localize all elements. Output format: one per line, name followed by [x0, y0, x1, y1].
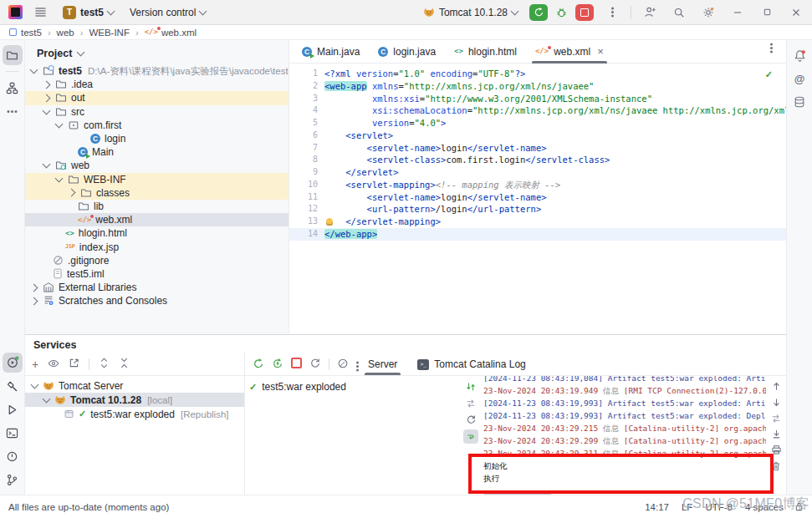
breadcrumb-item-test5[interactable]: test5 — [8, 28, 42, 38]
services-tree-item-Tomcat Server[interactable]: Tomcat Server — [25, 378, 244, 393]
tree-chevron-icon[interactable] — [43, 94, 51, 103]
debug-button[interactable] — [555, 6, 568, 18]
stop-button[interactable] — [575, 4, 594, 21]
editor-tab-hlogin.html[interactable]: <>hlogin.html — [445, 40, 526, 63]
search-everywhere-button[interactable] — [668, 3, 690, 23]
code-line-14[interactable]: 14</web-app> — [289, 228, 786, 241]
project-tree-item-.idea[interactable]: .idea — [25, 78, 289, 91]
tree-chevron-icon[interactable] — [43, 160, 51, 169]
services-add-icon[interactable]: + — [32, 358, 38, 371]
swap-arrows-icon[interactable] — [769, 411, 784, 425]
code-line-9[interactable]: 9 </servlet> — [289, 166, 786, 179]
refresh-icon[interactable] — [463, 413, 478, 427]
problems-icon[interactable] — [3, 446, 23, 466]
terminal-icon[interactable] — [3, 423, 23, 443]
tree-chevron-icon[interactable] — [43, 106, 51, 114]
code-line-2[interactable]: 2<web-app xmlns="http://xmlns.jcp.org/xm… — [289, 80, 786, 93]
tree-chevron-icon[interactable] — [55, 174, 64, 182]
rerun-button[interactable] — [529, 4, 548, 21]
services-tree-item-Tomcat 10.1.28[interactable]: Tomcat 10.1.28[local] — [25, 393, 244, 407]
intention-bulb-icon[interactable] — [326, 218, 333, 226]
project-panel-header[interactable]: Project — [25, 40, 289, 64]
project-tree-item-classes[interactable]: classes — [25, 186, 289, 200]
breadcrumb-item-web[interactable]: web — [57, 28, 74, 38]
caret-position[interactable]: 14:17 — [645, 502, 669, 512]
project-tree-item-hlogin.html[interactable]: <>hlogin.html — [25, 226, 289, 240]
tree-chevron-icon[interactable] — [43, 394, 51, 403]
project-tree-item-src[interactable]: src — [25, 105, 289, 119]
services-expand-all-icon[interactable] — [99, 358, 110, 371]
code-line-4[interactable]: 4 xsi:schemaLocation="http://xmlns.jcp.o… — [289, 104, 786, 117]
close-button[interactable] — [785, 3, 807, 23]
tree-chevron-icon[interactable] — [55, 119, 64, 128]
project-icon[interactable] — [3, 45, 23, 65]
code-line-5[interactable]: 5 version="4.0"> — [289, 117, 786, 130]
project-tree-item-.gitignore[interactable]: .gitignore — [25, 254, 289, 267]
vcs-widget[interactable]: Version control — [125, 4, 210, 21]
tree-chevron-icon[interactable] — [68, 189, 76, 197]
code-line-8[interactable]: 8 <servlet-class>com.first.login</servle… — [289, 154, 786, 166]
project-tree-item-test5[interactable]: test5D:\A-资料\课程资料\java实验报告\javacode\test… — [25, 64, 289, 78]
code-area[interactable]: 1<?xml version="1.0" encoding="UTF-8"?>2… — [289, 63, 786, 241]
database-icon[interactable] — [789, 92, 809, 112]
inspection-status-icon[interactable]: ✓ — [765, 70, 773, 79]
code-line-7[interactable]: 7 <servlet-name>login</servlet-name> — [289, 142, 786, 155]
project-tree-item-test5.iml[interactable]: test5.iml — [25, 267, 289, 281]
code-line-6[interactable]: 6 <servlet> — [289, 130, 786, 142]
more-actions-button[interactable] — [601, 3, 623, 23]
editor-tab-web.xml[interactable]: </>web.xml× — [526, 40, 613, 63]
project-tree-item-Scratches and Consoles[interactable]: Scratches and Consoles — [25, 294, 289, 307]
project-widget[interactable]: T test5 — [59, 3, 118, 22]
run-icon[interactable] — [3, 399, 23, 419]
services-tab-Server[interactable]: Server — [358, 353, 407, 375]
services-show-options-icon[interactable] — [48, 358, 59, 372]
project-tree-item-External Libraries[interactable]: External Libraries — [25, 281, 289, 294]
project-tree-item-index.jsp[interactable]: JSPindex.jsp — [25, 240, 289, 253]
project-tree-item-lib[interactable]: lib — [25, 200, 289, 213]
project-tree-item-web.xml[interactable]: </>web.xml — [25, 213, 289, 226]
tree-chevron-icon[interactable] — [30, 297, 38, 305]
code-line-1[interactable]: 1<?xml version="1.0" encoding="UTF-8"?> — [289, 68, 786, 80]
project-tree-item-web[interactable]: web — [25, 159, 289, 172]
structure-icon[interactable] — [3, 78, 23, 98]
swap-arrows-icon[interactable] — [463, 396, 478, 410]
ai-assistant-icon[interactable]: @ — [789, 69, 809, 89]
project-tree-item-login[interactable]: Clogin — [25, 132, 289, 145]
minimize-button[interactable] — [727, 3, 748, 23]
settings-button[interactable] — [697, 3, 719, 23]
tree-chevron-icon[interactable] — [43, 80, 51, 89]
maximize-button[interactable] — [756, 3, 778, 23]
code-line-12[interactable]: 12 <url-pattern>/login</url-pattern> — [289, 203, 786, 216]
main-menu-button[interactable] — [30, 3, 51, 21]
services-rerun-server-icon[interactable] — [253, 358, 264, 372]
soft-wrap-box-icon[interactable] — [463, 429, 478, 444]
version-control-icon[interactable] — [3, 470, 23, 490]
tab-list-button[interactable] — [770, 47, 773, 49]
breadcrumb-item-web.xml[interactable]: </>web.xml — [145, 28, 197, 38]
code-line-11[interactable]: 11 <servlet-name>login</servlet-name> — [289, 191, 786, 204]
editor-tab-Main.java[interactable]: CMain.java — [293, 40, 369, 63]
scroll-up-icon[interactable] — [769, 379, 784, 394]
scroll-end-icon[interactable] — [769, 427, 784, 441]
services-redeploy-icon[interactable] — [272, 358, 283, 372]
breadcrumb-item-WEB-INF[interactable]: WEB-INF — [89, 28, 130, 38]
tree-chevron-icon[interactable] — [30, 66, 38, 74]
project-tree-item-Main[interactable]: CMain — [25, 145, 289, 159]
services-open-in-new-icon[interactable] — [69, 358, 79, 371]
code-line-13[interactable]: 13 </servlet-mapping> — [289, 216, 786, 228]
build-icon[interactable] — [3, 376, 23, 396]
services-icon[interactable] — [3, 353, 23, 373]
tree-chevron-icon[interactable] — [30, 283, 38, 292]
tree-chevron-icon[interactable] — [31, 380, 39, 388]
services-collapse-all-icon[interactable] — [119, 358, 130, 371]
services-tab-Tomcat Catalina Log[interactable]: >_Tomcat Catalina Log — [407, 353, 535, 375]
code-line-10[interactable]: 10 <servlet-mapping><!-- mapping 表示映射 --… — [289, 179, 786, 191]
services-edit-run-icon[interactable] — [337, 358, 349, 372]
project-tree-item-com.first[interactable]: com.first — [25, 119, 289, 132]
jump-arrows-icon[interactable] — [463, 379, 478, 394]
scroll-down-icon[interactable] — [769, 395, 784, 409]
run-configuration-selector[interactable]: Tomcat 10.1.28 — [419, 4, 522, 21]
code-line-3[interactable]: 3 xmlns:xsi="http://www.w3.org/2001/XMLS… — [289, 93, 786, 105]
deployment-status-row[interactable]: ✓ test5:war exploded — [249, 381, 346, 393]
code-with-me-button[interactable] — [639, 3, 661, 23]
